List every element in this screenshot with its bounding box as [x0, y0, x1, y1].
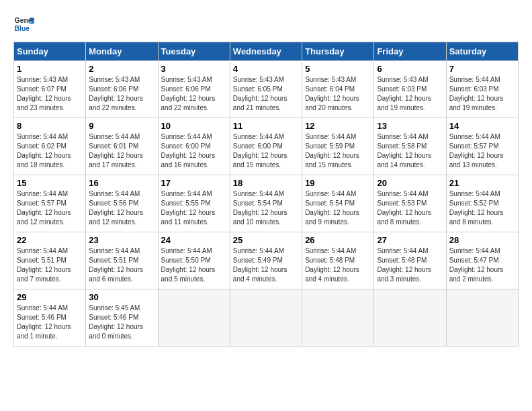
day-number: 17: [161, 178, 227, 188]
calendar-day-cell: 25 Sunrise: 5:44 AM Sunset: 5:49 PM Dayl…: [230, 232, 302, 289]
calendar-day-cell: 23 Sunrise: 5:44 AM Sunset: 5:51 PM Dayl…: [86, 232, 158, 289]
calendar-day-cell: 29 Sunrise: 5:44 AM Sunset: 5:46 PM Dayl…: [14, 289, 86, 347]
calendar-day-cell: 26 Sunrise: 5:44 AM Sunset: 5:48 PM Dayl…: [302, 232, 374, 289]
day-number: 1: [17, 64, 83, 74]
calendar-day-cell: 7 Sunrise: 5:44 AM Sunset: 6:03 PM Dayli…: [446, 61, 518, 118]
calendar-day-cell: 9 Sunrise: 5:44 AM Sunset: 6:01 PM Dayli…: [86, 118, 158, 175]
day-number: 26: [305, 235, 371, 245]
calendar-day-cell: 18 Sunrise: 5:44 AM Sunset: 5:54 PM Dayl…: [230, 175, 302, 232]
day-info: Sunrise: 5:44 AM Sunset: 5:50 PM Dayligh…: [161, 246, 227, 284]
day-info: Sunrise: 5:44 AM Sunset: 5:48 PM Dayligh…: [305, 246, 371, 284]
day-info: Sunrise: 5:43 AM Sunset: 6:05 PM Dayligh…: [233, 75, 299, 113]
calendar-day-cell: 15 Sunrise: 5:44 AM Sunset: 5:57 PM Dayl…: [14, 175, 86, 232]
calendar-day-cell: 19 Sunrise: 5:44 AM Sunset: 5:54 PM Dayl…: [302, 175, 374, 232]
day-info: Sunrise: 5:44 AM Sunset: 5:52 PM Dayligh…: [449, 189, 515, 227]
day-number: 25: [233, 235, 299, 245]
calendar-day-cell: 8 Sunrise: 5:44 AM Sunset: 6:02 PM Dayli…: [14, 118, 86, 175]
calendar-day-cell: [446, 289, 518, 347]
day-number: 8: [17, 121, 83, 131]
day-info: Sunrise: 5:44 AM Sunset: 5:48 PM Dayligh…: [377, 246, 443, 284]
calendar-table: SundayMondayTuesdayWednesdayThursdayFrid…: [13, 42, 519, 347]
day-number: 20: [377, 178, 443, 188]
logo: General Blue: [13, 13, 35, 35]
weekday-header: Wednesday: [230, 42, 302, 61]
day-info: Sunrise: 5:43 AM Sunset: 6:06 PM Dayligh…: [89, 75, 154, 113]
calendar-day-cell: [302, 289, 374, 347]
calendar-day-cell: 14 Sunrise: 5:44 AM Sunset: 5:57 PM Dayl…: [446, 118, 518, 175]
day-info: Sunrise: 5:44 AM Sunset: 5:53 PM Dayligh…: [377, 189, 443, 227]
day-info: Sunrise: 5:44 AM Sunset: 5:54 PM Dayligh…: [305, 189, 371, 227]
day-info: Sunrise: 5:43 AM Sunset: 6:03 PM Dayligh…: [377, 75, 443, 113]
weekday-header: Monday: [86, 42, 158, 61]
day-number: 24: [161, 235, 227, 245]
day-number: 10: [161, 121, 227, 131]
day-number: 13: [377, 121, 443, 131]
day-info: Sunrise: 5:44 AM Sunset: 5:55 PM Dayligh…: [161, 189, 227, 227]
calendar-day-cell: 12 Sunrise: 5:44 AM Sunset: 5:59 PM Dayl…: [302, 118, 374, 175]
day-number: 30: [89, 292, 154, 302]
svg-text:Blue: Blue: [15, 25, 30, 32]
day-number: 23: [89, 235, 154, 245]
day-info: Sunrise: 5:45 AM Sunset: 5:46 PM Dayligh…: [89, 304, 154, 341]
day-info: Sunrise: 5:43 AM Sunset: 6:04 PM Dayligh…: [305, 75, 371, 113]
calendar-day-cell: 16 Sunrise: 5:44 AM Sunset: 5:56 PM Dayl…: [86, 175, 158, 232]
day-number: 9: [89, 121, 154, 131]
logo-icon: General Blue: [13, 13, 35, 35]
weekday-header: Friday: [374, 42, 446, 61]
calendar-day-cell: 5 Sunrise: 5:43 AM Sunset: 6:04 PM Dayli…: [302, 61, 374, 118]
day-number: 3: [161, 64, 227, 74]
calendar-day-cell: 17 Sunrise: 5:44 AM Sunset: 5:55 PM Dayl…: [158, 175, 230, 232]
calendar-day-cell: 24 Sunrise: 5:44 AM Sunset: 5:50 PM Dayl…: [158, 232, 230, 289]
calendar-day-cell: 21 Sunrise: 5:44 AM Sunset: 5:52 PM Dayl…: [446, 175, 518, 232]
calendar-day-cell: 10 Sunrise: 5:44 AM Sunset: 6:00 PM Dayl…: [158, 118, 230, 175]
calendar-header-row: SundayMondayTuesdayWednesdayThursdayFrid…: [14, 42, 519, 61]
day-info: Sunrise: 5:44 AM Sunset: 6:00 PM Dayligh…: [233, 132, 299, 170]
day-number: 2: [89, 64, 154, 74]
day-info: Sunrise: 5:44 AM Sunset: 5:57 PM Dayligh…: [449, 132, 515, 170]
day-number: 12: [305, 121, 371, 131]
calendar-day-cell: [230, 289, 302, 347]
day-number: 22: [17, 235, 83, 245]
weekday-header: Tuesday: [158, 42, 230, 61]
day-info: Sunrise: 5:44 AM Sunset: 5:46 PM Dayligh…: [17, 304, 83, 341]
day-number: 27: [377, 235, 443, 245]
day-info: Sunrise: 5:44 AM Sunset: 6:03 PM Dayligh…: [449, 75, 515, 113]
day-number: 21: [449, 178, 515, 188]
day-info: Sunrise: 5:43 AM Sunset: 6:06 PM Dayligh…: [161, 75, 227, 113]
day-number: 7: [449, 64, 515, 74]
calendar-week-row: 22 Sunrise: 5:44 AM Sunset: 5:51 PM Dayl…: [14, 232, 519, 289]
day-info: Sunrise: 5:43 AM Sunset: 6:07 PM Dayligh…: [17, 75, 83, 113]
day-info: Sunrise: 5:44 AM Sunset: 6:00 PM Dayligh…: [161, 132, 227, 170]
day-number: 14: [449, 121, 515, 131]
day-info: Sunrise: 5:44 AM Sunset: 5:51 PM Dayligh…: [89, 246, 154, 284]
calendar-week-row: 8 Sunrise: 5:44 AM Sunset: 6:02 PM Dayli…: [14, 118, 519, 175]
calendar-week-row: 29 Sunrise: 5:44 AM Sunset: 5:46 PM Dayl…: [14, 289, 519, 347]
calendar-day-cell: 13 Sunrise: 5:44 AM Sunset: 5:58 PM Dayl…: [374, 118, 446, 175]
day-info: Sunrise: 5:44 AM Sunset: 5:57 PM Dayligh…: [17, 189, 83, 227]
calendar-day-cell: [158, 289, 230, 347]
day-number: 29: [17, 292, 83, 302]
page-header: General Blue: [13, 13, 519, 35]
calendar-day-cell: 3 Sunrise: 5:43 AM Sunset: 6:06 PM Dayli…: [158, 61, 230, 118]
calendar-day-cell: 28 Sunrise: 5:44 AM Sunset: 5:47 PM Dayl…: [446, 232, 518, 289]
calendar-day-cell: 22 Sunrise: 5:44 AM Sunset: 5:51 PM Dayl…: [14, 232, 86, 289]
day-number: 15: [17, 178, 83, 188]
day-number: 4: [233, 64, 299, 74]
day-number: 18: [233, 178, 299, 188]
day-info: Sunrise: 5:44 AM Sunset: 5:56 PM Dayligh…: [89, 189, 154, 227]
calendar-day-cell: 20 Sunrise: 5:44 AM Sunset: 5:53 PM Dayl…: [374, 175, 446, 232]
weekday-header: Thursday: [302, 42, 374, 61]
weekday-header: Sunday: [14, 42, 86, 61]
calendar-day-cell: 11 Sunrise: 5:44 AM Sunset: 6:00 PM Dayl…: [230, 118, 302, 175]
calendar-day-cell: 4 Sunrise: 5:43 AM Sunset: 6:05 PM Dayli…: [230, 61, 302, 118]
day-number: 16: [89, 178, 154, 188]
day-info: Sunrise: 5:44 AM Sunset: 5:54 PM Dayligh…: [233, 189, 299, 227]
calendar-week-row: 15 Sunrise: 5:44 AM Sunset: 5:57 PM Dayl…: [14, 175, 519, 232]
day-number: 19: [305, 178, 371, 188]
day-number: 11: [233, 121, 299, 131]
day-number: 5: [305, 64, 371, 74]
calendar-day-cell: 2 Sunrise: 5:43 AM Sunset: 6:06 PM Dayli…: [86, 61, 158, 118]
calendar-day-cell: 30 Sunrise: 5:45 AM Sunset: 5:46 PM Dayl…: [86, 289, 158, 347]
calendar-day-cell: 1 Sunrise: 5:43 AM Sunset: 6:07 PM Dayli…: [14, 61, 86, 118]
day-info: Sunrise: 5:44 AM Sunset: 5:51 PM Dayligh…: [17, 246, 83, 284]
